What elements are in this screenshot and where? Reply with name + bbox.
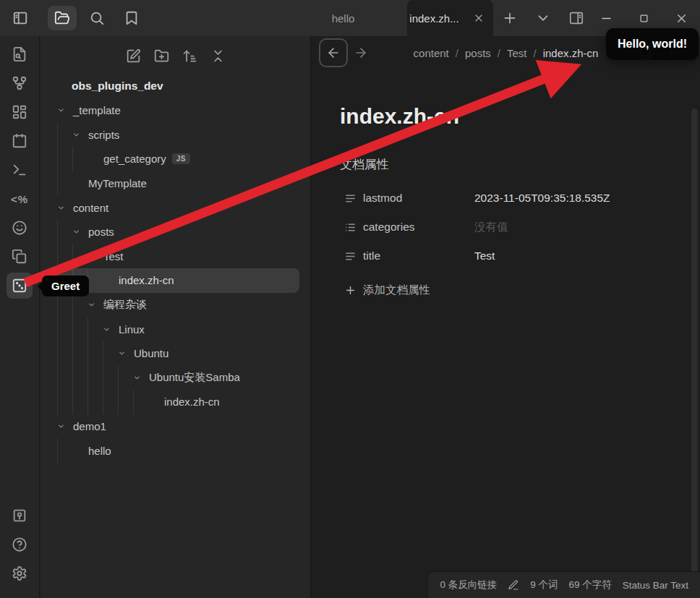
- file-search-icon: [12, 46, 27, 62]
- new-tab-button[interactable]: [502, 10, 518, 26]
- new-folder-button[interactable]: [154, 48, 169, 64]
- breadcrumb-segment[interactable]: posts: [465, 47, 491, 59]
- tree-folder-_template[interactable]: _template: [51, 98, 299, 123]
- ribbon-canvas-button[interactable]: [7, 99, 33, 125]
- chevron-down-icon: [72, 131, 80, 139]
- chevron-down-icon: [535, 10, 551, 26]
- vault-title[interactable]: obs_plugins_dev: [51, 74, 299, 98]
- ribbon-emoji-picker-button[interactable]: [7, 215, 33, 241]
- panel-left-icon: [12, 10, 28, 26]
- collapse-chevron[interactable]: [133, 374, 149, 382]
- files-nav-button[interactable]: [48, 6, 77, 30]
- tab-bar: helloindex.zh...: [311, 0, 493, 36]
- toggle-right-sidebar-button[interactable]: [568, 10, 584, 26]
- collapse-chevron[interactable]: [103, 325, 119, 333]
- chevron-down-icon: [57, 204, 65, 212]
- collapse-chevron[interactable]: [57, 204, 73, 212]
- tree-folder-Ubuntu[interactable]: Ubuntu: [51, 341, 299, 366]
- ribbon-open-graph-view-button[interactable]: [7, 70, 33, 96]
- ribbon-open-quick-switcher-button[interactable]: [7, 41, 33, 67]
- tab-index-zh-[interactable]: index.zh...: [407, 0, 493, 36]
- ribbon-help-button[interactable]: [7, 531, 33, 558]
- property-value[interactable]: 2023-11-05T09:35:18.535Z: [474, 192, 610, 205]
- indent-guide: [133, 390, 148, 414]
- collapse-chevron[interactable]: [118, 349, 134, 357]
- tree-item-label: scripts: [88, 129, 119, 141]
- tree-file-MyTemplate[interactable]: MyTemplate: [51, 171, 299, 196]
- editor-content: index.zh-cn 文档属性 lastmod2023-11-05T09:35…: [312, 69, 700, 302]
- ribbon-terminal-button[interactable]: [7, 157, 33, 183]
- calendar-icon: [12, 133, 27, 149]
- statusbar-item[interactable]: 69 个字符: [568, 578, 611, 591]
- tree-folder-posts[interactable]: posts: [51, 220, 299, 244]
- tab-hello[interactable]: hello: [311, 0, 407, 36]
- tree-file-hello[interactable]: hello: [51, 438, 299, 463]
- properties-list: lastmod2023-11-05T09:35:18.535Zcategorie…: [340, 184, 671, 270]
- tree-item-label: index.zh-cn: [164, 396, 220, 408]
- file-explorer: obs_plugins_dev _templatescriptsget_cate…: [40, 36, 311, 598]
- bookmarks-nav-button[interactable]: [117, 6, 146, 30]
- tree-folder-content[interactable]: content: [51, 195, 299, 220]
- editor-scrollbar[interactable]: [691, 108, 698, 598]
- indent-guide: [72, 390, 88, 414]
- search-nav-button[interactable]: [82, 6, 111, 30]
- navigate-forward-button[interactable]: [354, 46, 368, 60]
- tree-folder-scripts[interactable]: scripts: [51, 123, 299, 148]
- ribbon-settings-button[interactable]: [7, 560, 33, 586]
- property-key[interactable]: categories: [363, 221, 474, 234]
- statusbar-pencil-line-icon: [508, 579, 519, 591]
- add-property-button[interactable]: 添加文档属性: [340, 278, 671, 302]
- vault-icon: [12, 508, 27, 524]
- ribbon-copy-plugin-button[interactable]: [7, 244, 33, 270]
- property-value[interactable]: 没有值: [474, 220, 508, 235]
- collapse-chevron[interactable]: [57, 422, 73, 430]
- change-sort-order-button[interactable]: [182, 48, 197, 64]
- tree-item-label: Test: [103, 250, 124, 262]
- tree-folder-Linux[interactable]: Linux: [51, 317, 299, 341]
- greet-tooltip: Greet: [42, 275, 89, 296]
- ribbon-vault-switcher-button[interactable]: [7, 503, 33, 529]
- property-value[interactable]: Test: [474, 249, 495, 262]
- tree-folder-demo1[interactable]: demo1: [51, 414, 299, 439]
- file-explorer-header: [40, 36, 310, 74]
- note-title[interactable]: index.zh-cn: [340, 104, 671, 129]
- tab-list-button[interactable]: [535, 10, 551, 26]
- collapse-chevron[interactable]: [72, 131, 88, 139]
- property-key[interactable]: title: [363, 249, 474, 262]
- terminal-icon: [12, 162, 27, 178]
- breadcrumb-segment[interactable]: Test: [507, 47, 527, 59]
- tree-folder-Ubuntu安装Samba[interactable]: Ubuntu安装Samba: [51, 366, 299, 390]
- navigate-back-button[interactable]: [319, 38, 348, 67]
- toggle-left-sidebar-button[interactable]: [10, 6, 30, 30]
- tree-folder-Test[interactable]: Test: [51, 244, 299, 269]
- indent-guide: [72, 341, 88, 366]
- statusbar-item[interactable]: Status Bar Text: [623, 580, 688, 591]
- ribbon-greet-plugin-button[interactable]: [7, 273, 33, 299]
- copy-icon: [12, 249, 27, 265]
- tab-close-button[interactable]: [473, 12, 485, 24]
- ribbon-templater-button[interactable]: <%: [7, 186, 33, 212]
- tree-file-get_category[interactable]: get_categoryJS: [51, 147, 299, 171]
- statusbar-item[interactable]: 0 条反向链接: [440, 578, 497, 591]
- folder-open-icon: [54, 10, 70, 26]
- tab-label: index.zh...: [409, 12, 458, 25]
- indent-guide: [88, 390, 103, 414]
- collapse-chevron[interactable]: [57, 106, 73, 114]
- breadcrumb-segment[interactable]: index.zh-cn: [543, 47, 599, 59]
- breadcrumb-segment[interactable]: content: [414, 47, 449, 59]
- tree-folder-编程杂谈[interactable]: 编程杂谈: [51, 293, 299, 317]
- collapse-chevron[interactable]: [88, 252, 103, 260]
- status-bar: 0 条反向链接9 个词69 个字符Status Bar Text: [427, 571, 700, 598]
- new-note-button[interactable]: [126, 48, 141, 64]
- notice-toast[interactable]: Hello, world!: [606, 28, 699, 60]
- collapse-all-button[interactable]: [210, 48, 226, 64]
- indent-guide: [57, 220, 72, 244]
- indent-guide: [57, 244, 72, 269]
- tree-file-index.zh-cn[interactable]: index.zh-cn: [51, 390, 299, 414]
- property-type-text-icon: [344, 192, 357, 205]
- collapse-chevron[interactable]: [72, 228, 88, 236]
- property-key[interactable]: lastmod: [363, 192, 474, 205]
- collapse-chevron[interactable]: [88, 301, 103, 309]
- ribbon-daily-note-button[interactable]: [7, 128, 33, 154]
- statusbar-item[interactable]: 9 个词: [530, 578, 558, 591]
